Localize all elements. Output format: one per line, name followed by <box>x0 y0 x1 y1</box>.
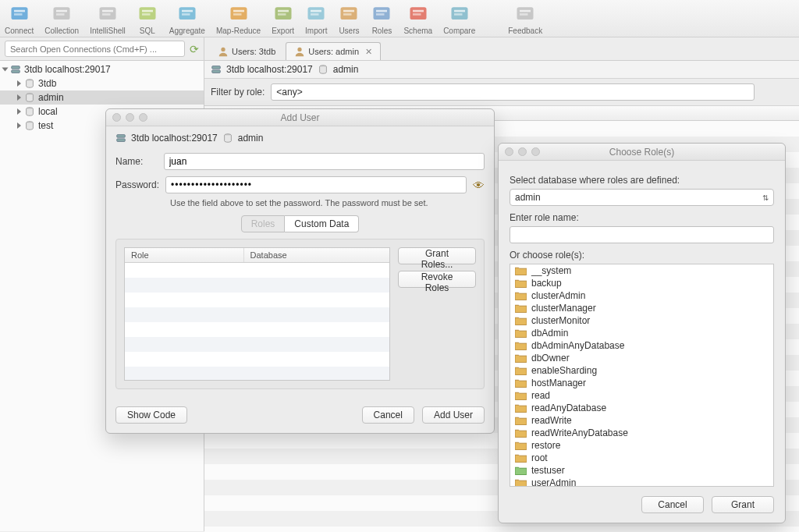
role-item[interactable]: dbAdminAnyDatabase <box>510 339 773 352</box>
password-input[interactable] <box>165 176 467 193</box>
svg-rect-50 <box>117 135 126 138</box>
toolbar-intellishell[interactable]: IntelliShell <box>90 3 126 35</box>
toolbar-compare[interactable]: Compare <box>443 3 475 35</box>
toolbar-sql[interactable]: SQL <box>137 3 158 35</box>
role-item[interactable]: __system <box>510 264 773 277</box>
tree-db-3tdb[interactable]: 3tdb <box>0 76 204 90</box>
svg-rect-20 <box>278 13 286 16</box>
editor-tab[interactable]: Users: 3tdb <box>209 42 284 60</box>
close-icon[interactable]: ✕ <box>365 47 372 57</box>
toolbar-label: IntelliShell <box>90 27 126 35</box>
role-item[interactable]: hostManager <box>510 377 773 389</box>
role-item[interactable]: dbAdmin <box>510 327 773 339</box>
col-database[interactable]: Database <box>244 248 293 262</box>
grant-roles-button[interactable]: Grant Roles... <box>398 247 476 264</box>
role-item[interactable]: clusterAdmin <box>510 289 773 302</box>
eye-icon[interactable]: 👁 <box>473 179 485 192</box>
role-item[interactable]: restore <box>510 439 773 452</box>
role-item[interactable]: backup <box>510 277 773 289</box>
name-input[interactable] <box>164 153 485 170</box>
add-user-button[interactable]: Add User <box>422 406 485 424</box>
role-item[interactable]: root <box>510 452 773 464</box>
chevron-right-icon[interactable] <box>17 80 21 87</box>
role-list[interactable]: __system backup clusterAdmin clusterMana… <box>510 264 774 487</box>
filter-role-input[interactable]: <any> <box>271 83 755 101</box>
svg-rect-19 <box>278 10 289 12</box>
role-item[interactable]: enableSharding <box>510 364 773 377</box>
database-select-value: admin <box>515 192 541 203</box>
toolbar-feedback[interactable]: Feedback <box>508 3 542 35</box>
folder-icon <box>515 353 527 363</box>
roles-table[interactable]: Role Database <box>124 247 390 381</box>
cancel-button[interactable]: Cancel <box>641 496 704 513</box>
toolbar-export[interactable]: Export <box>272 3 294 35</box>
role-item[interactable]: clusterMonitor <box>510 314 773 327</box>
dialog-titlebar[interactable]: Add User <box>106 109 494 126</box>
cancel-button[interactable]: Cancel <box>362 406 414 424</box>
or-choose-label: Or choose role(s): <box>510 250 774 261</box>
folder-icon <box>515 453 527 463</box>
show-code-button[interactable]: Show Code <box>115 406 187 424</box>
editor-tabs: Users: 3tdb Users: admin ✕ <box>204 37 382 60</box>
folder-icon <box>515 291 527 300</box>
sql-icon <box>137 3 158 27</box>
toolbar-schema[interactable]: Schema <box>403 3 432 35</box>
role-item[interactable]: testuser <box>510 464 773 477</box>
dialog-titlebar[interactable]: Choose Role(s) <box>499 144 785 161</box>
chevron-right-icon[interactable] <box>17 122 21 129</box>
grant-button[interactable]: Grant <box>712 496 774 513</box>
col-role[interactable]: Role <box>125 248 244 262</box>
window-controls[interactable] <box>112 113 147 122</box>
svg-rect-22 <box>311 10 321 12</box>
role-item[interactable]: readWriteAnyDatabase <box>510 427 773 439</box>
tree-db-admin[interactable]: admin <box>0 90 204 105</box>
role-item[interactable]: clusterManager <box>510 302 773 314</box>
window-controls[interactable] <box>505 147 540 156</box>
breadcrumb-db: admin <box>333 64 359 75</box>
server-icon <box>10 64 21 75</box>
dialog-title: Add User <box>280 112 319 123</box>
tree-host[interactable]: 3tdb localhost:29017 <box>0 62 204 76</box>
toolbar-import[interactable]: Import <box>305 3 327 35</box>
database-icon <box>222 133 233 144</box>
editor-tab[interactable]: Users: admin ✕ <box>286 42 381 60</box>
tab-custom-data[interactable]: Custom Data <box>285 215 359 232</box>
role-name: userAdmin <box>531 477 576 487</box>
chevron-right-icon[interactable] <box>17 94 21 101</box>
refresh-icon[interactable]: ⟳ <box>190 43 199 55</box>
chevron-down-icon[interactable] <box>2 68 9 72</box>
svg-rect-16 <box>233 10 244 12</box>
database-select[interactable]: admin ⇅ <box>510 189 774 206</box>
role-name-input[interactable] <box>510 226 774 243</box>
folder-icon <box>515 391 527 400</box>
folder-icon <box>515 441 527 450</box>
agg-icon <box>176 3 198 27</box>
svg-rect-32 <box>413 13 421 16</box>
import-icon <box>305 3 327 27</box>
tab-roles[interactable]: Roles <box>241 215 286 232</box>
toolbar-users[interactable]: Users <box>338 3 360 35</box>
role-item[interactable]: readAnyDatabase <box>510 402 773 414</box>
role-item[interactable]: dbOwner <box>510 352 773 364</box>
role-name: readWriteAnyDatabase <box>531 427 628 438</box>
roles-icon <box>371 3 392 27</box>
role-item[interactable]: read <box>510 389 773 402</box>
toolbar-roles[interactable]: Roles <box>371 3 392 35</box>
docs-icon <box>51 3 73 27</box>
toolbar-collection[interactable]: Collection <box>44 3 79 35</box>
folder-icon <box>515 328 527 338</box>
svg-rect-26 <box>343 13 352 16</box>
toolbar-connect[interactable]: Connect <box>5 3 34 35</box>
svg-rect-51 <box>117 139 126 142</box>
role-item[interactable]: userAdmin <box>510 477 773 487</box>
toolbar-aggregate[interactable]: Aggregate <box>169 3 205 35</box>
toolbar-label: Map-Reduce <box>216 27 261 35</box>
updown-icon: ⇅ <box>762 193 769 202</box>
svg-rect-13 <box>182 10 193 12</box>
chevron-right-icon[interactable] <box>17 108 21 115</box>
toolbar-mapreduce[interactable]: Map-Reduce <box>216 3 261 35</box>
svg-rect-17 <box>233 13 242 16</box>
role-item[interactable]: readWrite <box>510 414 773 427</box>
revoke-roles-button[interactable]: Revoke Roles <box>398 271 476 288</box>
search-input[interactable] <box>5 41 185 57</box>
